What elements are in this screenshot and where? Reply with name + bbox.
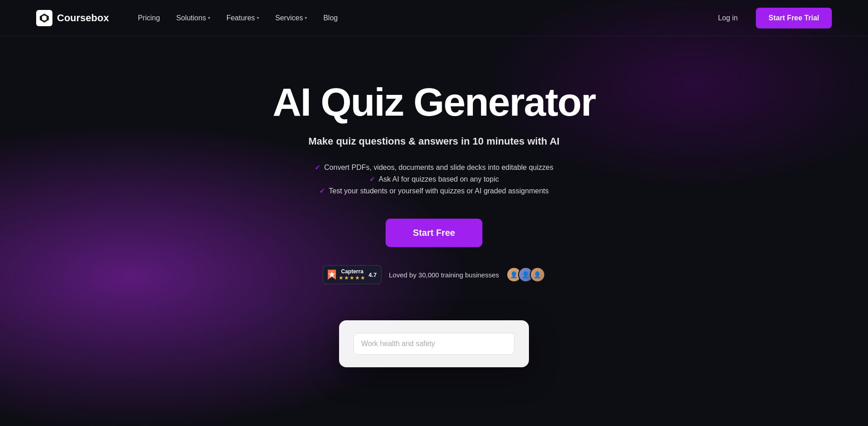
hero-features-list: ✓ Convert PDFs, videos, documents and sl… [315, 164, 553, 199]
feature-item: ✓ Test your students or yourself with qu… [315, 187, 553, 195]
hero-subtitle: Make quiz questions & answers in 10 minu… [308, 136, 559, 147]
nav-right: Log in Start Free Trial [707, 8, 832, 28]
logo[interactable]: Coursebox [36, 10, 109, 26]
avatars-group: 👤 👤 👤 [506, 267, 545, 282]
nav-solutions[interactable]: Solutions ▾ [169, 10, 217, 26]
start-trial-button[interactable]: Start Free Trial [756, 8, 832, 28]
nav-services[interactable]: Services ▾ [268, 10, 314, 26]
loved-by-text: Loved by 30,000 training businesses [389, 271, 499, 279]
nav-blog[interactable]: Blog [316, 10, 345, 26]
brand-name: Coursebox [57, 12, 109, 24]
check-icon: ✓ [369, 175, 375, 183]
hero-section: AI Quiz Generator Make quiz questions & … [0, 36, 868, 311]
chevron-down-icon: ▾ [208, 15, 210, 20]
feature-item: ✓ Ask AI for quizzes based on any topic [315, 175, 553, 183]
logo-icon [36, 10, 52, 26]
social-proof: Capterra ★★★★★ 4.7 Loved by 30,000 train… [323, 265, 545, 284]
avatar: 👤 [530, 267, 545, 282]
capterra-badge: Capterra ★★★★★ 4.7 [323, 265, 382, 284]
capterra-icon [328, 270, 336, 280]
check-icon: ✓ [315, 164, 321, 172]
nav-left: Coursebox Pricing Solutions ▾ Features ▾… [36, 10, 345, 26]
feature-item: ✓ Convert PDFs, videos, documents and sl… [315, 164, 553, 172]
capterra-label: Capterra [339, 268, 366, 275]
capterra-rating: 4.7 [368, 272, 377, 278]
login-button[interactable]: Log in [707, 9, 749, 27]
nav-pricing[interactable]: Pricing [131, 10, 167, 26]
capterra-stars: ★★★★★ [339, 275, 366, 281]
input-card [339, 320, 529, 367]
nav-links: Pricing Solutions ▾ Features ▾ Services … [131, 10, 345, 26]
topic-input[interactable] [354, 333, 514, 355]
nav-features[interactable]: Features ▾ [219, 10, 266, 26]
navbar: Coursebox Pricing Solutions ▾ Features ▾… [0, 0, 868, 36]
chevron-down-icon: ▾ [257, 15, 259, 20]
chevron-down-icon: ▾ [305, 15, 307, 20]
check-icon: ✓ [319, 187, 325, 195]
bottom-preview [0, 320, 868, 367]
start-free-button[interactable]: Start Free [386, 219, 482, 247]
hero-title: AI Quiz Generator [273, 81, 595, 123]
